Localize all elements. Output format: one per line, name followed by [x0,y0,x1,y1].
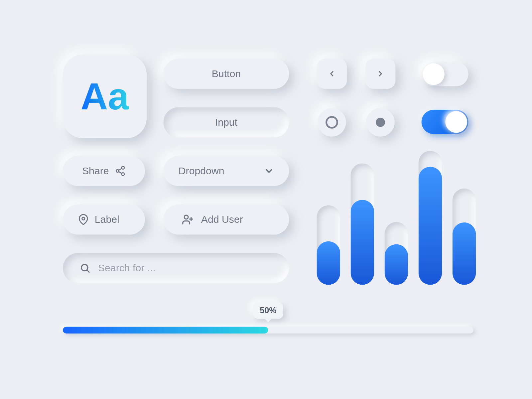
nav-prev-button[interactable] [317,59,347,89]
bar-fill [385,244,408,285]
toggle-off[interactable] [422,62,468,86]
user-plus-icon [182,214,194,225]
bar-fill [317,241,340,285]
chevron-left-icon [328,69,336,78]
dropdown-label: Dropdown [179,165,264,177]
label-chip-text: Label [95,214,119,225]
typography-tile: Aa [63,55,147,138]
progress-fill [63,327,268,333]
map-pin-icon [78,214,89,225]
toggle-knob [423,63,445,85]
radio-selected[interactable] [366,108,395,137]
label-chip[interactable]: Label [63,204,145,235]
search-placeholder: Search for ... [98,262,156,274]
progress-tooltip: 50% [253,303,283,319]
add-user-button[interactable]: Add User [163,204,289,235]
bar-fill [351,200,374,285]
bar-chart [317,151,476,285]
radio-dot-icon [376,118,385,127]
svg-point-5 [82,217,85,220]
svg-line-10 [87,270,89,272]
bar-slot [419,151,442,285]
radio-unselected[interactable] [318,108,346,137]
bar-slot [317,205,340,285]
toggle-on[interactable] [422,110,468,134]
typography-sample: Aa [81,75,129,118]
text-input[interactable]: Input [163,107,289,138]
bar-fill [453,222,476,285]
share-button-label: Share [82,165,109,177]
share-button[interactable]: Share [63,156,145,186]
share-icon [115,166,126,177]
bar-slot [385,222,408,285]
radio-ring-icon [326,116,338,129]
text-input-placeholder: Input [215,116,237,128]
primary-button-label: Button [212,68,241,79]
nav-next-button[interactable] [365,59,396,89]
primary-button[interactable]: Button [163,59,289,89]
svg-line-4 [119,172,122,173]
search-input[interactable]: Search for ... [63,253,289,283]
dropdown[interactable]: Dropdown [163,156,289,186]
progress-value-label: 50% [260,306,276,315]
bar-slot [351,163,374,285]
progress-bar[interactable]: 50% [63,327,473,333]
progress-track [63,327,473,333]
chevron-down-icon [264,166,274,176]
toggle-knob [445,111,467,133]
chevron-right-icon [376,69,384,78]
bar-slot [453,189,476,285]
bar-fill [419,167,442,285]
search-icon [79,263,90,274]
svg-point-6 [184,215,188,219]
add-user-button-label: Add User [201,214,243,225]
svg-line-3 [119,169,122,170]
